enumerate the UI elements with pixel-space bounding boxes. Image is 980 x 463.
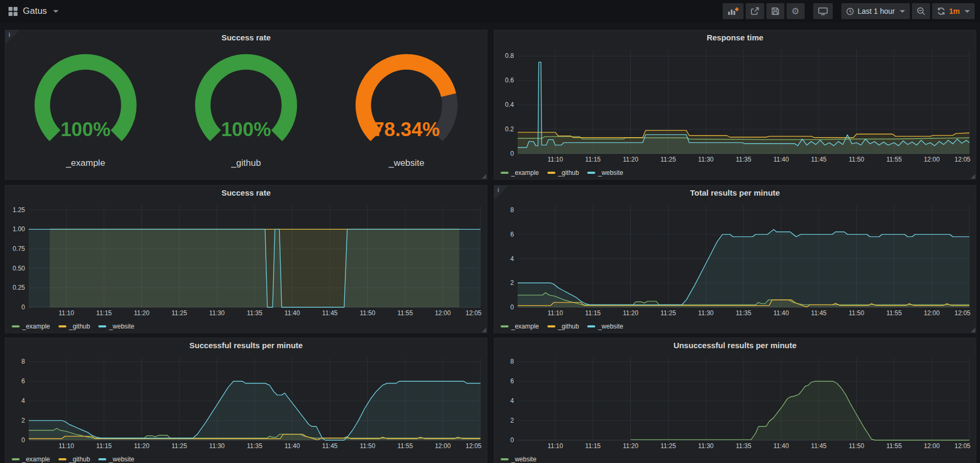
panel-resize-handle[interactable] xyxy=(481,327,486,332)
svg-text:2: 2 xyxy=(510,417,514,424)
legend-item-_website[interactable]: _website xyxy=(98,456,134,463)
svg-text:11:50: 11:50 xyxy=(849,442,864,450)
gauge-label: _example xyxy=(66,158,105,169)
total-results-chart[interactable]: 0246811:1011:1511:2011:2511:3011:3511:40… xyxy=(497,201,973,318)
legend-swatch xyxy=(587,325,595,327)
svg-text:100%: 100% xyxy=(221,119,271,140)
chart-legend: _website xyxy=(501,456,536,463)
svg-text:12:00: 12:00 xyxy=(924,309,940,317)
zoom-out-icon xyxy=(917,7,925,15)
gauge-label: _website xyxy=(388,158,424,169)
zoom-out-button[interactable] xyxy=(912,3,930,19)
svg-text:11:10: 11:10 xyxy=(58,442,74,450)
save-button[interactable] xyxy=(766,3,784,19)
svg-text:11:50: 11:50 xyxy=(360,309,375,317)
panel-title[interactable]: Successful results per minute xyxy=(5,338,487,353)
svg-text:11:25: 11:25 xyxy=(661,156,676,163)
svg-text:11:25: 11:25 xyxy=(661,442,676,450)
panel-title[interactable]: Success rate xyxy=(5,30,487,45)
time-range-caret-icon xyxy=(900,10,905,13)
svg-text:11:55: 11:55 xyxy=(886,442,902,450)
save-icon xyxy=(771,7,780,15)
cycle-view-button[interactable] xyxy=(813,3,833,19)
svg-text:11:30: 11:30 xyxy=(698,442,714,450)
legend-item-_website[interactable]: _website xyxy=(587,169,623,176)
clock-icon xyxy=(846,7,854,15)
svg-text:0.50: 0.50 xyxy=(13,265,26,272)
legend-item-_example[interactable]: _example xyxy=(501,323,539,330)
dashboards-grid-icon[interactable] xyxy=(9,7,18,16)
refresh-icon xyxy=(937,7,945,15)
dashboard-caret-down-icon[interactable] xyxy=(53,10,58,13)
svg-text:11:20: 11:20 xyxy=(134,442,149,450)
panel-title[interactable]: Response time xyxy=(494,30,976,45)
svg-text:0.2: 0.2 xyxy=(505,125,514,133)
svg-text:8: 8 xyxy=(510,206,514,214)
svg-text:11:55: 11:55 xyxy=(398,309,413,317)
legend-item-_github[interactable]: _github xyxy=(547,323,579,330)
svg-text:0.25: 0.25 xyxy=(13,284,26,291)
legend-item-_example[interactable]: _example xyxy=(12,456,50,463)
legend-item-_example[interactable]: _example xyxy=(12,323,50,330)
panel-resize-handle[interactable] xyxy=(970,174,975,179)
successful-results-chart[interactable]: 0246811:1011:1511:2011:2511:3011:3511:40… xyxy=(9,354,484,451)
svg-text:11:50: 11:50 xyxy=(849,156,864,163)
chart-legend: _example_github_website xyxy=(12,456,134,463)
panel-title[interactable]: Success rate xyxy=(5,186,487,200)
svg-text:11:40: 11:40 xyxy=(773,309,789,317)
svg-text:4: 4 xyxy=(510,397,514,405)
svg-text:11:25: 11:25 xyxy=(172,442,187,450)
svg-text:4: 4 xyxy=(21,397,25,405)
svg-text:6: 6 xyxy=(510,377,514,385)
svg-text:0.6: 0.6 xyxy=(505,77,514,84)
svg-text:11:55: 11:55 xyxy=(886,309,902,317)
svg-text:4: 4 xyxy=(510,255,514,263)
svg-text:11:15: 11:15 xyxy=(96,309,112,317)
legend-item-_website[interactable]: _website xyxy=(501,456,536,463)
svg-text:11:20: 11:20 xyxy=(623,156,638,163)
svg-text:2: 2 xyxy=(510,279,514,287)
panel-info-icon[interactable]: i xyxy=(5,30,19,44)
refresh-interval-label: 1m xyxy=(949,7,960,15)
svg-text:12:05: 12:05 xyxy=(466,309,481,317)
svg-text:12:00: 12:00 xyxy=(924,442,940,450)
unsuccessful-results-chart[interactable]: 0246811:1011:1511:2011:2511:3011:3511:40… xyxy=(497,354,973,451)
panel-response-time: Response time 00.20.40.60.811:1011:1511:… xyxy=(494,30,976,180)
svg-text:11:10: 11:10 xyxy=(547,442,563,450)
legend-swatch xyxy=(547,325,555,327)
add-panel-button[interactable] xyxy=(723,3,744,19)
panel-total-results: i Total results per minute 0246811:1011:… xyxy=(494,185,976,333)
svg-text:12:00: 12:00 xyxy=(435,442,451,450)
response-time-chart[interactable]: 00.20.40.60.811:1011:1511:2011:2511:3011… xyxy=(497,46,973,164)
share-button[interactable] xyxy=(746,3,764,19)
dashboard-title[interactable]: Gatus xyxy=(23,6,47,16)
legend-item-_website[interactable]: _website xyxy=(587,323,623,330)
panel-resize-handle[interactable] xyxy=(970,327,975,332)
legend-item-_website[interactable]: _website xyxy=(98,323,134,330)
success-rate-chart[interactable]: 00.250.500.751.001.2511:1011:1511:2011:2… xyxy=(9,201,484,318)
svg-text:11:25: 11:25 xyxy=(661,309,676,317)
panel-info-icon[interactable]: i xyxy=(494,186,508,199)
legend-item-_github[interactable]: _github xyxy=(547,169,579,176)
panel-success-rate-series: Success rate 00.250.500.751.001.2511:101… xyxy=(5,185,487,333)
settings-button[interactable]: ⚙ xyxy=(787,3,805,19)
refresh-picker[interactable]: 1m xyxy=(932,3,975,19)
legend-swatch xyxy=(501,458,509,460)
panel-successful-results: Successful results per minute 0246811:10… xyxy=(5,338,487,463)
legend-item-_github[interactable]: _github xyxy=(58,323,90,330)
add-panel-icon xyxy=(728,7,739,15)
legend-swatch xyxy=(58,325,66,327)
gauge-label: _github xyxy=(231,158,261,169)
panel-title[interactable]: Unsuccessful results per minute xyxy=(494,338,976,353)
svg-text:11:45: 11:45 xyxy=(322,442,337,450)
svg-text:12:05: 12:05 xyxy=(954,156,970,163)
legend-item-_example[interactable]: _example xyxy=(501,169,539,176)
time-range-picker[interactable]: Last 1 hour xyxy=(841,3,910,19)
legend-item-_github[interactable]: _github xyxy=(58,456,90,463)
panel-title[interactable]: Total results per minute xyxy=(494,186,976,200)
svg-text:11:10: 11:10 xyxy=(58,309,74,317)
svg-text:11:35: 11:35 xyxy=(736,309,751,317)
panel-resize-handle[interactable] xyxy=(481,174,486,179)
svg-text:78.34%: 78.34% xyxy=(374,119,440,140)
share-icon xyxy=(750,7,759,15)
